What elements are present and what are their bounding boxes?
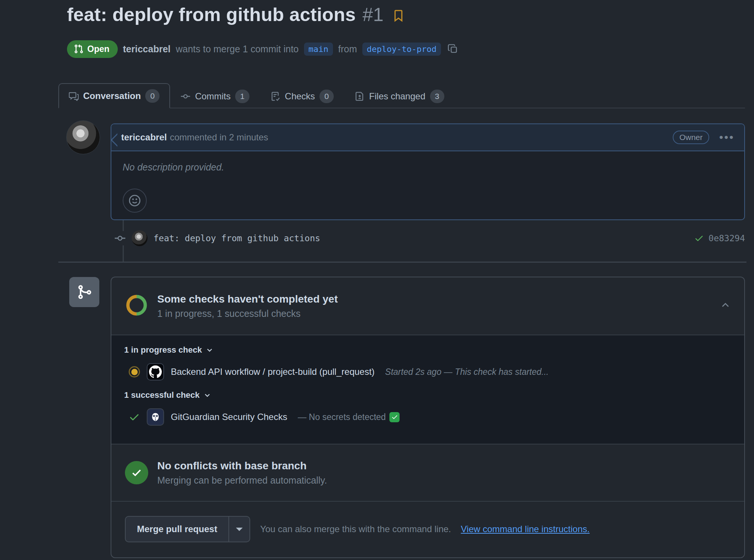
pr-tabs: Conversation 0 Commits 1 Checks 0 Files … [58,83,745,108]
pr-meta-text-1: wants to merge 1 commit into [176,44,299,55]
checks-summary-title: Some checks haven't completed yet [157,293,338,305]
comment-author[interactable]: tericcabrel [121,132,167,143]
pr-state-badge: Open [67,40,118,58]
commit-message[interactable]: feat: deploy from github actions [154,233,320,243]
check-status-label: — No secrets detected [298,412,386,422]
view-cli-instructions-link[interactable]: View command line instructions. [461,524,590,534]
comment-discussion-icon [69,91,79,101]
pr-meta: Open tericcabrel wants to merge 1 commit… [67,38,744,60]
tab-conversation[interactable]: Conversation 0 [58,83,170,108]
checks-summary-subtitle: 1 in progress, 1 successful checks [157,308,338,319]
pr-state-label: Open [87,44,109,54]
author-avatar[interactable] [66,120,100,154]
no-conflict-check-icon [125,461,148,484]
white-check-mark-emoji [389,412,400,422]
comment-action: commented in 2 minutes [170,132,268,143]
in-progress-status-icon [129,366,140,377]
tab-files-changed[interactable]: Files changed 3 [344,83,455,108]
comment-text: No description provided. [123,162,733,173]
copy-branch-icon[interactable] [448,44,458,54]
merge-split-button: Merge pull request [125,516,250,542]
bookmark-icon[interactable] [393,9,404,22]
comment-body: No description provided. [111,151,744,223]
commit-row: feat: deploy from github actions 0e83294 [111,228,745,249]
successful-group-label: 1 successful check [124,390,200,400]
merge-options-dropdown[interactable] [228,517,249,542]
in-progress-group-toggle[interactable]: 1 in progress check [124,345,731,355]
owner-badge: Owner [673,131,710,144]
chevron-up-icon[interactable] [720,300,731,312]
file-diff-icon [355,91,365,101]
git-commit-icon [181,91,190,101]
tab-count: 1 [235,90,249,103]
git-commit-icon [114,231,126,245]
merge-cli-hint: You can also merge this with the command… [260,524,451,534]
check-row-in-progress: Backend API workflow / project-build (pu… [124,355,731,390]
tab-count: 0 [319,90,334,103]
success-check-icon [129,411,140,423]
check-name[interactable]: Backend API workflow / project-build (pu… [171,367,375,377]
successful-group-toggle[interactable]: 1 successful check [124,390,731,400]
conflict-title: No conflicts with base branch [157,460,327,472]
check-status-text: Started 2s ago — This check has started.… [385,367,549,377]
pr-meta-text-2: from [338,44,357,55]
gitguardian-logo-icon [147,408,164,426]
tab-label: Files changed [369,91,425,102]
check-row-successful: GitGuardian Security Checks — No secrets… [124,400,731,435]
tab-count: 3 [430,90,444,103]
tab-label: Conversation [83,91,141,101]
pr-number: #1 [363,4,384,26]
tab-checks[interactable]: Checks 0 [260,83,344,108]
pr-title: feat: deploy from github actions #1 [67,4,744,26]
pull-request-icon [74,44,84,54]
checklist-icon [271,91,280,101]
in-progress-group-label: 1 in progress check [124,345,202,355]
checks-summary: Some checks haven't completed yet 1 in p… [111,277,744,335]
comment-caret-inner [105,133,119,147]
caret-down-icon [236,528,243,534]
emoji-reaction-button[interactable] [123,189,147,213]
checks-list: 1 in progress check Backend API workflow… [111,335,744,444]
head-branch-label[interactable]: deploy-to-prod [362,43,441,56]
comment-header: tericcabrel commented in 2 minutes Owner… [111,124,744,151]
git-merge-icon-tile [69,277,99,307]
pr-author-link[interactable]: tericcabrel [123,44,170,55]
merge-status-box: Some checks haven't completed yet 1 in p… [111,277,745,558]
check-status-text: — No secrets detected [298,412,400,422]
commit-sha[interactable]: 0e83294 [708,233,745,243]
tab-label: Checks [285,91,315,102]
section-divider [58,262,746,263]
tab-count: 0 [145,89,160,103]
merge-action-bar: Merge pull request You can also merge th… [111,501,744,557]
chevron-down-icon [206,346,213,354]
kebab-menu-icon[interactable]: ••• [719,135,734,139]
commit-status-check-icon[interactable] [694,233,704,243]
conflict-subtitle: Merging can be performed automatically. [157,475,327,486]
checks-progress-donut [125,294,148,318]
tab-commits[interactable]: Commits 1 [170,83,260,108]
pr-title-text: feat: deploy from github actions [67,4,356,26]
check-name[interactable]: GitGuardian Security Checks [171,412,287,422]
chevron-down-icon [204,391,211,399]
tab-label: Commits [195,91,231,102]
merge-conflict-status: No conflicts with base branch Merging ca… [111,444,744,501]
comment-card: tericcabrel commented in 2 minutes Owner… [111,123,745,220]
commit-author-avatar[interactable] [132,230,147,246]
merge-pull-request-button[interactable]: Merge pull request [126,517,228,542]
base-branch-label[interactable]: main [304,43,333,56]
github-actions-logo-icon [147,363,164,380]
